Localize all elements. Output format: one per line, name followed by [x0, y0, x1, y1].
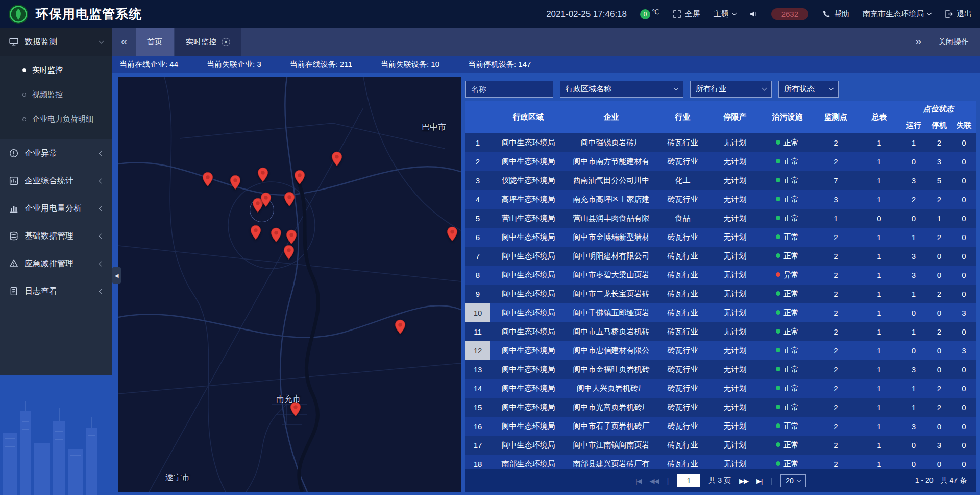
map-pin-icon[interactable]: [202, 172, 213, 187]
table-row[interactable]: 18南部生态环境局南部县建兴页岩砖厂有砖瓦行业无计划正常21000: [465, 455, 976, 469]
map-pin-icon[interactable]: [294, 170, 305, 185]
prev-page-icon[interactable]: ◀◀: [650, 477, 659, 485]
cell-meters: 0: [857, 209, 901, 228]
cell-limit: 无计划: [709, 303, 761, 322]
map-pin-icon[interactable]: [257, 167, 268, 182]
notice-count-badge[interactable]: 2632: [771, 8, 808, 20]
map-pin-icon[interactable]: [447, 226, 458, 242]
sidebar-item-1[interactable]: 视频监控: [0, 82, 112, 107]
tabs-scroll-right-icon[interactable]: »: [906, 35, 930, 49]
status-filter-select[interactable]: 所有状态: [778, 81, 839, 98]
table-row[interactable]: 3仪陇生态环境局西南油气田分公司川中化工无计划正常71350: [465, 171, 976, 190]
logout-button[interactable]: 退出: [944, 9, 972, 19]
cell-points: 2: [814, 247, 857, 266]
sidebar-group-1[interactable]: 企业异常: [0, 139, 112, 167]
first-page-icon[interactable]: |◀: [635, 477, 641, 485]
speaker-icon: [749, 10, 758, 18]
map-pin-icon[interactable]: [230, 175, 241, 190]
total-pages-label: 共 3 页: [708, 476, 731, 485]
tab-1[interactable]: 实时监控×: [175, 28, 241, 56]
cell-run: 1: [901, 133, 926, 152]
emergency-icon: [9, 259, 18, 268]
notice-speaker-button[interactable]: [749, 10, 758, 18]
industry-filter-value: 所有行业: [696, 84, 726, 94]
cell-region: 阆中生态环境局: [490, 398, 567, 417]
region-filter-select[interactable]: 行政区域名称: [560, 81, 683, 98]
table-row[interactable]: 17阆中生态环境局阆中市江南镇阆南页岩砖瓦行业无计划正常21030: [465, 436, 976, 455]
row-index: 4: [465, 190, 490, 209]
theme-dropdown[interactable]: 主题: [714, 9, 736, 19]
col-index: [465, 101, 490, 133]
page-number-input[interactable]: [677, 474, 700, 487]
map-pin-icon[interactable]: [395, 319, 406, 335]
fullscreen-button[interactable]: 全屏: [673, 9, 700, 19]
cell-points: 2: [814, 133, 857, 152]
col-company: 企业: [567, 101, 656, 133]
sidebar-item-2[interactable]: 企业电力负荷明细: [0, 107, 112, 131]
table-row[interactable]: 11阆中生态环境局阆中市五马桥页岩机砖砖瓦行业无计划正常21120: [465, 322, 976, 341]
map-pin-icon[interactable]: [284, 192, 295, 207]
map-pin-icon[interactable]: [283, 245, 295, 260]
tabs-scroll-left-icon[interactable]: «: [112, 28, 136, 56]
cell-company: 阆中市江南镇阆南页岩: [567, 436, 656, 455]
table-row[interactable]: 15阆中生态环境局阆中市光富页岩机砖厂砖瓦行业无计划正常21120: [465, 398, 976, 417]
table-row[interactable]: 7阆中生态环境局阆中明阳建材有限公司砖瓦行业无计划正常21300: [465, 247, 976, 266]
tab-close-icon[interactable]: ×: [222, 38, 230, 46]
table-row[interactable]: 8阆中生态环境局阆中市枣碧大梁山页岩砖瓦行业无计划异常21300: [465, 266, 976, 285]
sidebar-group-4[interactable]: 基础数据管理: [0, 222, 112, 250]
cell-company: 南充市高坪区王家店建: [567, 190, 656, 209]
map-pin-icon[interactable]: [260, 192, 272, 207]
cell-points: 2: [814, 266, 857, 285]
status-dot-green-icon: [776, 310, 780, 315]
sidebar-group-6[interactable]: 日志查看: [0, 277, 112, 305]
app-title: 环保用电监管系统: [36, 6, 142, 22]
next-page-icon[interactable]: ▶▶: [739, 477, 748, 485]
cell-industry: 砖瓦行业: [656, 322, 709, 341]
table-row[interactable]: 13阆中生态环境局阆中市金福旺页岩机砖砖瓦行业无计划正常21300: [465, 360, 976, 379]
map-pin-icon[interactable]: [250, 225, 261, 240]
table-row[interactable]: 1阆中生态环境局阆中强锐页岩砖厂砖瓦行业无计划正常21120: [465, 133, 976, 152]
table-row[interactable]: 2阆中生态环境局阆中市南方节能建材有砖瓦行业无计划正常21030: [465, 152, 976, 171]
sidebar-item-0[interactable]: 实时监控: [0, 58, 112, 82]
cell-lost: 0: [952, 398, 976, 417]
table-row[interactable]: 12阆中生态环境局阆中市忠信建材有限公砖瓦行业无计划正常21003: [465, 341, 976, 360]
col-run: 运行: [901, 117, 926, 133]
sidebar-group-5[interactable]: 应急减排管理: [0, 250, 112, 277]
cell-lost: 0: [952, 285, 976, 303]
close-operations-button[interactable]: 关闭操作: [938, 37, 969, 47]
table-row[interactable]: 4高坪生态环境局南充市高坪区王家店建砖瓦行业无计划正常31220: [465, 190, 976, 209]
temperature-badge: 0: [640, 9, 650, 19]
sidebar-group-2[interactable]: 企业综合统计: [0, 167, 112, 195]
cell-stop: 2: [926, 322, 952, 341]
page-size-select[interactable]: 20: [780, 474, 806, 487]
map[interactable]: 巴中市南充市遂宁市 ◀: [118, 77, 461, 492]
name-filter-input[interactable]: [465, 81, 553, 98]
table-row[interactable]: 6阆中生态环境局阆中市金博瑞新型墙材砖瓦行业无计划正常21120: [465, 228, 976, 247]
cell-facility: 正常: [761, 341, 814, 360]
sidebar-group-0[interactable]: 数据监测: [0, 28, 112, 56]
cell-meters: 1: [857, 455, 901, 469]
cell-facility: 正常: [761, 455, 814, 469]
help-button[interactable]: 帮助: [822, 9, 849, 19]
status-dot-green-icon: [776, 442, 780, 447]
tab-bar: « 首页实时监控× » 关闭操作: [112, 28, 980, 56]
cell-industry: 砖瓦行业: [656, 417, 709, 436]
last-page-icon[interactable]: ▶|: [756, 477, 762, 485]
org-dropdown[interactable]: 南充市生态环境局: [863, 9, 931, 19]
tab-0[interactable]: 首页: [136, 28, 174, 56]
table-row[interactable]: 16阆中生态环境局阆中市石子页岩机砖厂砖瓦行业无计划正常21300: [465, 417, 976, 436]
cell-company: 西南油气田分公司川中: [567, 171, 656, 190]
sidebar-group-label: 基础数据管理: [24, 231, 93, 242]
table-row[interactable]: 14阆中生态环境局阆中大兴页岩机砖厂砖瓦行业无计划正常21120: [465, 379, 976, 398]
table-row[interactable]: 10阆中生态环境局阆中千佛镇五郎垭页岩砖瓦行业无计划正常21003: [465, 303, 976, 322]
map-pin-icon[interactable]: [286, 229, 297, 245]
map-pin-icon[interactable]: [271, 227, 282, 243]
status-dot-green-icon: [776, 423, 780, 428]
industry-filter-select[interactable]: 所有行业: [690, 81, 772, 98]
table-row[interactable]: 5营山生态环境局营山县润丰肉食品有限食品无计划正常10010: [465, 209, 976, 228]
table-row[interactable]: 9阆中生态环境局阆中市二龙长宝页岩砖砖瓦行业无计划正常21120: [465, 285, 976, 303]
sidebar-group-3[interactable]: 企业用电量分析: [0, 195, 112, 222]
map-collapse-button[interactable]: ◀: [112, 267, 121, 284]
map-pin-icon[interactable]: [331, 151, 342, 167]
row-index: 3: [465, 171, 490, 190]
